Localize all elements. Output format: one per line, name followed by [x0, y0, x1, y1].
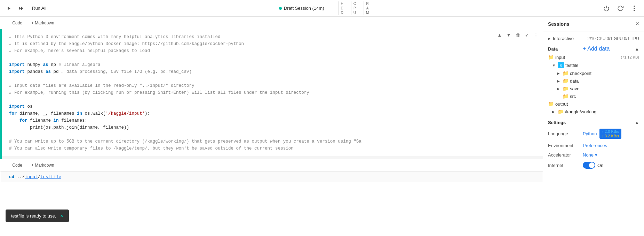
accelerator-dropdown-icon: ▾	[595, 152, 597, 158]
arrow-save: ▶	[557, 87, 561, 91]
kaggle-icon: K	[558, 62, 564, 68]
session-label: Draft Session (14m)	[284, 6, 324, 11]
folder-icon-save: 📁	[563, 86, 569, 91]
add-icon: +	[583, 46, 586, 52]
keyword-import2: import	[9, 69, 25, 74]
toggle-thumb	[589, 162, 595, 168]
accelerator-label: Accelerator	[548, 152, 583, 158]
arrow-working: ▶	[552, 110, 556, 114]
comment-line3: # For example, here's several helpful pa…	[9, 48, 150, 53]
collapse-settings-icon[interactable]: ▲	[635, 120, 639, 125]
add-cell-bar-top: + Code + Markdown	[0, 17, 543, 29]
interactive-value: 2/10 CPU 0/1 GPU 0/1 TPU	[587, 36, 639, 41]
tree-working[interactable]: ▶ 📁 /kaggle/working	[543, 108, 644, 115]
code-editor-1[interactable]: # This Python 3 environment comes with m…	[1, 29, 543, 156]
collapse-data-icon[interactable]: ▲	[635, 46, 639, 52]
keyword-in1: in	[77, 111, 82, 116]
tree-output[interactable]: 📁 output	[543, 100, 644, 108]
interactive-label: Interactive	[553, 36, 585, 41]
code-area[interactable]: + Code + Markdown ▲ ▼ 🗑 ⤢ ⋮ # This Pytho…	[0, 17, 543, 236]
settings-environment-row: Environment Preferences	[543, 141, 644, 150]
add-code-button-top[interactable]: + Code	[6, 20, 25, 26]
comment-pandas: # data processing, CSV file I/O (e.g. pd…	[61, 69, 192, 74]
output-code: cd ../input/testfile	[1, 172, 543, 182]
output-cell[interactable]: cd ../input/testfile	[0, 172, 543, 182]
language-value[interactable]: Python	[583, 131, 597, 136]
speed-up-value: ↑ 2.0 KB/s	[602, 129, 619, 134]
internet-toggle[interactable]	[583, 162, 595, 169]
comment-input1: # Input data files are available in the …	[9, 83, 194, 88]
add-code-button-middle[interactable]: + Code	[6, 162, 25, 169]
src-label: src	[570, 94, 639, 99]
testfile-label: testfile	[565, 63, 639, 68]
code-cell-1[interactable]: ▲ ▼ 🗑 ⤢ ⋮ # This Python 3 environment co…	[0, 29, 543, 159]
string-path: '/kaggle/input'	[106, 111, 145, 116]
toolbar: Run All Draft Session (14m) H D D C P U …	[0, 0, 644, 17]
data-section-header: Data + Add data ▲	[543, 43, 644, 53]
folder-icon-data: 📁	[563, 78, 569, 84]
delete-cell-button[interactable]: 🗑	[514, 31, 522, 39]
accelerator-value[interactable]: None ▾	[583, 152, 597, 158]
expand-cell-button[interactable]: ⤢	[523, 31, 531, 39]
move-up-button[interactable]: ▲	[495, 31, 504, 39]
sidebar-content[interactable]: ▶ Interactive 2/10 CPU 0/1 GPU 0/1 TPU D…	[543, 31, 644, 236]
run-button[interactable]	[4, 3, 14, 13]
tree-save[interactable]: ▶ 📁 save	[543, 85, 644, 92]
keyword-as1: as	[43, 62, 48, 67]
environment-value[interactable]: Preferences	[583, 143, 607, 148]
h-scrollbar-1[interactable]	[1, 156, 543, 159]
run-all-label: Run All	[32, 6, 46, 11]
folder-icon-src: 📁	[563, 93, 569, 99]
sidebar: Sessions × ▶ Interactive 2/10 CPU 0/1 GP…	[543, 17, 644, 236]
comment-line2: # It is defined by the kaggle/python Doc…	[9, 41, 244, 46]
svg-marker-2	[21, 7, 23, 10]
settings-internet-row: Internet On	[543, 160, 644, 171]
tree-data[interactable]: ▶ 📁 data	[543, 77, 644, 85]
run-all-button[interactable]: Run All	[29, 4, 49, 12]
main-layout: + Code + Markdown ▲ ▼ 🗑 ⤢ ⋮ # This Pytho…	[0, 17, 644, 236]
add-markdown-button-middle[interactable]: + Markdown	[28, 162, 57, 169]
svg-point-5	[634, 8, 635, 9]
arrow-checkpoint: ▶	[557, 71, 561, 75]
input-label: input	[555, 55, 619, 60]
cd-cmd: cd	[9, 175, 14, 180]
run-all-fast-button[interactable]	[17, 3, 26, 13]
keyword-import3: import	[9, 104, 25, 109]
comment-line1: # This Python 3 environment comes with m…	[9, 35, 221, 39]
active-indicator	[1, 29, 2, 159]
working-label: /kaggle/working	[565, 109, 639, 114]
toast-message: testfile is ready to use.	[11, 213, 56, 219]
comment-write2: # You can also write temporary files to …	[9, 146, 294, 151]
session-status-dot	[279, 7, 282, 10]
toast-close-button[interactable]: ×	[60, 213, 63, 219]
environment-label: Environment	[548, 143, 583, 148]
tree-src[interactable]: ▶ 📁 src	[543, 92, 644, 100]
session-badge: Draft Session (14m)	[279, 6, 324, 11]
arrow-testfile: ▼	[552, 63, 556, 67]
interactive-session-item[interactable]: ▶ Interactive 2/10 CPU 0/1 GPU 0/1 TPU	[543, 34, 644, 43]
add-markdown-button-top[interactable]: + Markdown	[28, 20, 57, 26]
svg-marker-0	[8, 7, 10, 10]
move-down-button[interactable]: ▼	[504, 31, 513, 39]
more-cell-options-button[interactable]: ⋮	[532, 31, 540, 39]
power-button[interactable]	[601, 3, 612, 14]
sidebar-close-button[interactable]: ×	[635, 20, 639, 28]
comment-input2: # For example, running this (by clicking…	[9, 90, 309, 95]
keyword-import1: import	[9, 62, 25, 67]
internet-value: On	[597, 163, 603, 168]
divider1	[331, 4, 331, 13]
add-data-button[interactable]: + Add data	[583, 46, 610, 52]
tree-testfile[interactable]: ▼ K testfile	[543, 61, 644, 69]
svg-point-6	[634, 10, 635, 11]
data-section-title: Data	[548, 46, 558, 52]
svg-marker-1	[19, 7, 21, 10]
tree-checkpoint[interactable]: ▶ 📁 checkpoint	[543, 69, 644, 77]
refresh-button[interactable]	[615, 3, 626, 14]
speed-down-value: ↓ 3.2 KB/s	[602, 134, 619, 138]
settings-accelerator-row: Accelerator None ▾	[543, 150, 644, 160]
add-cell-bar-middle: + Code + Markdown	[0, 159, 543, 172]
expand-arrow-icon: ▶	[548, 37, 551, 40]
save-label: save	[570, 86, 639, 91]
more-options-button[interactable]	[629, 3, 640, 14]
tree-input[interactable]: 📁 input (71.12 KB)	[543, 53, 644, 61]
